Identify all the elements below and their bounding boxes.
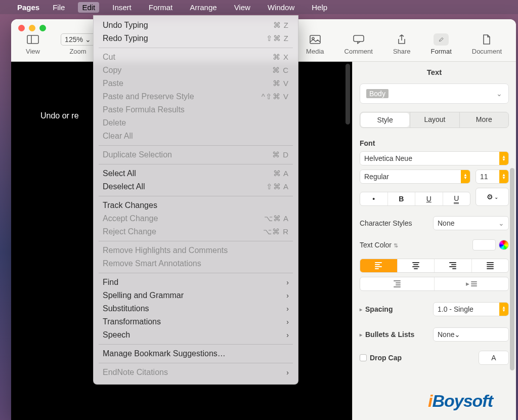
advanced-font-button[interactable]: ⚙︎⌄ <box>476 188 509 206</box>
inspector-scrollbar[interactable] <box>510 168 514 370</box>
menu-item: Cut⌘ X <box>94 51 298 64</box>
align-center-button[interactable] <box>397 259 435 272</box>
menu-item-label: Track Changes <box>103 201 157 210</box>
menu-file[interactable]: File <box>49 2 69 13</box>
bullets-label: Bullets & Lists <box>365 330 414 339</box>
menu-item-label: Manage Bookmark Suggestions… <box>103 349 226 358</box>
menu-item: Delete <box>94 116 298 130</box>
tool-view[interactable]: View <box>25 33 40 55</box>
bold-dot-button[interactable]: • <box>360 192 387 205</box>
menu-item: EndNote Citations› <box>94 366 298 379</box>
menu-item[interactable]: Track Changes <box>94 199 298 212</box>
tool-zoom-label: Zoom <box>69 48 86 55</box>
font-style-buttons: • B U U <box>360 192 470 206</box>
menu-item-label: EndNote Citations <box>103 368 168 377</box>
menu-item[interactable]: Redo Typing⇧⌘ Z <box>94 32 298 45</box>
double-underline-button[interactable]: U <box>443 192 470 205</box>
tab-style[interactable]: Style <box>361 113 409 127</box>
menu-item: Remove Smart Annotations <box>94 257 298 270</box>
paragraph-style-value: Body <box>366 89 388 98</box>
stepper-icon: ▲▼ <box>499 170 508 183</box>
menu-item[interactable]: Substitutions› <box>94 302 298 315</box>
disclosure-icon[interactable]: ▸ <box>360 307 362 312</box>
indent-button[interactable]: ▶ <box>434 277 508 290</box>
menu-item-label: Redo Typing <box>103 34 148 43</box>
menu-item[interactable]: Spelling and Grammar› <box>94 289 298 302</box>
bullets-select[interactable]: None ⌄ <box>433 327 509 342</box>
menu-shortcut: ⌘ C <box>272 66 289 75</box>
paragraph-style-select[interactable]: Body ⌄ <box>360 83 509 104</box>
bullets-value: None <box>438 330 454 339</box>
menu-item: Paste Formula Results <box>94 103 298 116</box>
menu-arrange[interactable]: Arrange <box>186 2 221 13</box>
tool-comment[interactable]: Comment <box>344 33 373 55</box>
menu-view[interactable]: View <box>230 2 254 13</box>
dropcap-style[interactable]: A <box>479 351 509 365</box>
menu-format[interactable]: Format <box>145 2 177 13</box>
share-icon <box>394 33 409 46</box>
menu-help[interactable]: Help <box>308 2 331 13</box>
minimize-button[interactable] <box>29 25 35 31</box>
tool-share[interactable]: Share <box>393 33 411 55</box>
text-color-swatch[interactable] <box>472 239 496 250</box>
align-left-button[interactable] <box>360 259 397 272</box>
dropcap-checkbox[interactable] <box>360 354 367 361</box>
tool-document[interactable]: Document <box>472 33 502 55</box>
submenu-icon: › <box>286 368 289 376</box>
menu-item-label: Remove Smart Annotations <box>103 259 201 268</box>
svg-rect-0 <box>27 35 38 44</box>
menu-item-label: Delete <box>103 118 126 128</box>
tab-more[interactable]: More <box>459 112 508 128</box>
submenu-icon: › <box>286 331 289 339</box>
menu-item: Duplicate Selection⌘ D <box>94 148 298 161</box>
menu-item[interactable]: Select All⌘ A <box>94 167 298 180</box>
edit-menu-dropdown: Undo Typing⌘ ZRedo Typing⇧⌘ ZCut⌘ XCopy⌘… <box>93 15 298 385</box>
menu-window[interactable]: Window <box>264 2 298 13</box>
tool-comment-label: Comment <box>344 48 373 55</box>
outdent-button[interactable] <box>360 277 434 290</box>
font-size-select[interactable]: 11 ▲▼ <box>476 170 509 184</box>
font-label: Font <box>360 139 509 147</box>
svg-rect-4 <box>354 35 364 41</box>
close-button[interactable] <box>18 25 25 31</box>
color-wheel-icon[interactable] <box>499 240 509 250</box>
chevron-down-icon: ⌄ <box>454 330 460 339</box>
menu-item-label: Undo Typing <box>103 21 148 30</box>
svg-rect-2 <box>310 35 320 44</box>
menu-item[interactable]: Manage Bookmark Suggestions… <box>94 347 298 360</box>
menu-item: Paste⌘ V <box>94 77 298 90</box>
menubar-app[interactable]: Pages <box>17 3 39 12</box>
text-align-buttons <box>360 259 509 273</box>
underline-button[interactable]: U <box>415 192 443 205</box>
tool-format-label: Format <box>431 48 452 55</box>
menu-item: Clear All <box>94 130 298 143</box>
menu-item[interactable]: Speech› <box>94 328 298 342</box>
align-justify-button[interactable] <box>471 259 509 272</box>
menu-item[interactable]: Deselect All⇧⌘ A <box>94 180 298 193</box>
menu-shortcut: ⌘ V <box>273 79 289 88</box>
menu-item[interactable]: Undo Typing⌘ Z <box>94 19 298 32</box>
menu-item[interactable]: Find› <box>94 276 298 289</box>
chevron-down-icon: ⌄ <box>498 219 504 227</box>
tool-format[interactable]: Format <box>431 33 452 55</box>
menu-edit[interactable]: Edit <box>78 2 99 13</box>
canvas-scrollbar[interactable] <box>346 64 350 124</box>
disclosure-icon[interactable]: ▸ <box>360 332 362 338</box>
inspector-tabs: Style Layout More <box>360 112 509 128</box>
font-weight-select[interactable]: Regular ▲▼ <box>360 170 470 184</box>
zoom-button[interactable] <box>39 25 46 31</box>
menu-item-label: Select All <box>103 169 136 178</box>
spacing-select[interactable]: 1.0 - Single ▲▼ <box>433 302 509 316</box>
tool-media[interactable]: Media <box>306 33 324 55</box>
menu-item[interactable]: Transformations› <box>94 315 298 328</box>
character-styles-select[interactable]: None ⌄ <box>433 216 509 230</box>
font-family-select[interactable]: Helvetica Neue ▲▼ <box>360 151 509 165</box>
menu-shortcut: ⇧⌘ A <box>266 182 289 191</box>
tab-layout[interactable]: Layout <box>410 112 459 128</box>
menu-shortcut: ⌥⌘ R <box>263 227 289 236</box>
tool-zoom[interactable]: 125%⌄ Zoom <box>61 33 95 55</box>
bold-button[interactable]: B <box>387 192 415 205</box>
menu-item-label: Duplicate Selection <box>103 150 172 159</box>
align-right-button[interactable] <box>434 259 471 272</box>
menu-insert[interactable]: Insert <box>108 2 136 13</box>
